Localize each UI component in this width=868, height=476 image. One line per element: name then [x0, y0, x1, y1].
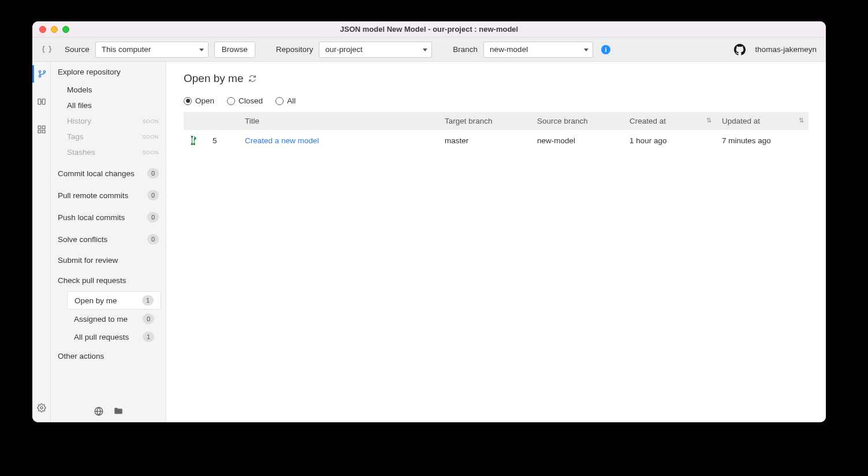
sidebar-pr-all[interactable]: All pull requests1: [67, 328, 161, 345]
branch-label: Branch: [453, 45, 478, 54]
svg-point-1: [39, 75, 40, 77]
sidebar-pr-assigned[interactable]: Assigned to me0: [67, 310, 161, 328]
sidebar-item-submit-review[interactable]: Submit for review: [51, 250, 166, 270]
sidebar: Explore repository Models All files Hist…: [51, 62, 166, 422]
info-icon[interactable]: i: [601, 45, 610, 54]
col-source[interactable]: Source branch: [531, 112, 624, 130]
col-updated[interactable]: Updated at: [716, 112, 809, 130]
svg-rect-4: [42, 99, 45, 104]
github-icon: [734, 44, 746, 55]
sidebar-explore-list: Models All files HistorySOON TagsSOON St…: [51, 82, 166, 162]
sidebar-pr-open-by-me[interactable]: Open by me1: [67, 291, 161, 310]
sidebar-item-commit[interactable]: Commit local changes0: [51, 162, 166, 184]
svg-rect-8: [42, 130, 45, 133]
folder-icon[interactable]: [113, 406, 124, 416]
pr-updated: 7 minutes ago: [716, 130, 809, 151]
sidebar-item-stashes: StashesSOON: [51, 144, 166, 160]
pr-created: 1 hour ago: [624, 130, 716, 151]
minimize-icon[interactable]: [51, 26, 58, 33]
sidebar-footer: [51, 406, 166, 416]
sidebar-item-pull[interactable]: Pull remote commits0: [51, 184, 166, 206]
pr-target: master: [439, 130, 531, 151]
sidebar-item-check-pr[interactable]: Check pull requests: [51, 270, 166, 291]
rail-compare-icon[interactable]: [32, 93, 51, 110]
window-controls: [39, 26, 69, 33]
col-created[interactable]: Created at: [624, 112, 716, 130]
pr-table: Title Target branch Source branch Create…: [184, 112, 809, 151]
pr-icon-cell: [184, 130, 207, 151]
pull-request-icon: [189, 136, 199, 145]
close-icon[interactable]: [39, 26, 46, 33]
svg-point-9: [40, 407, 43, 409]
svg-rect-7: [38, 130, 41, 133]
sidebar-item-other-actions[interactable]: Other actions: [51, 346, 166, 366]
svg-point-2: [43, 70, 45, 72]
col-target[interactable]: Target branch: [439, 112, 531, 130]
filter-all[interactable]: All: [275, 96, 296, 105]
table-row[interactable]: 5 Created a new model master new-model 1…: [184, 130, 809, 151]
refresh-icon[interactable]: [248, 75, 256, 83]
sidebar-item-all-files[interactable]: All files: [51, 98, 166, 113]
username[interactable]: thomas-jakemeyn: [755, 45, 817, 54]
sidebar-pr-list: Open by me1 Assigned to me0 All pull req…: [51, 291, 166, 346]
globe-icon[interactable]: [94, 406, 104, 416]
sidebar-item-push[interactable]: Push local commits0: [51, 206, 166, 228]
maximize-icon[interactable]: [62, 26, 69, 33]
branch-select[interactable]: new-model: [483, 42, 593, 58]
pr-title: Created a new model: [239, 130, 439, 151]
rail-branch-icon[interactable]: [32, 65, 51, 83]
pr-source: new-model: [531, 130, 624, 151]
sidebar-item-models[interactable]: Models: [51, 82, 166, 98]
toolbar: Source This computer Browse Repository o…: [32, 38, 826, 62]
svg-rect-5: [38, 126, 41, 129]
svg-rect-6: [42, 126, 45, 129]
filter-closed[interactable]: Closed: [227, 96, 263, 105]
page-title: Open by me: [184, 72, 809, 85]
col-title[interactable]: Title: [239, 112, 439, 130]
pr-number: 5: [207, 130, 239, 151]
rail-grid-icon[interactable]: [32, 121, 51, 138]
braces-icon: [38, 44, 55, 55]
repository-label: Repository: [276, 45, 314, 54]
source-label: Source: [65, 45, 90, 54]
filter-radios: Open Closed All: [184, 96, 809, 105]
repository-select[interactable]: our-project: [319, 42, 432, 58]
titlebar: JSON model New Model - our-project : new…: [32, 21, 826, 38]
sidebar-item-tags: TagsSOON: [51, 129, 166, 144]
main-panel: Open by me Open Closed All Title Target …: [166, 62, 826, 422]
pr-title-link[interactable]: Created a new model: [245, 136, 319, 145]
filter-open[interactable]: Open: [184, 96, 214, 105]
sidebar-item-history: HistorySOON: [51, 113, 166, 129]
sidebar-item-conflicts[interactable]: Solve conflicts0: [51, 228, 166, 250]
window-title: JSON model New Model - our-project : new…: [32, 25, 826, 34]
svg-point-0: [39, 70, 40, 72]
svg-rect-3: [38, 99, 41, 104]
rail-settings-icon[interactable]: [32, 399, 51, 416]
browse-button[interactable]: Browse: [214, 42, 255, 58]
sidebar-explore-heading[interactable]: Explore repository: [51, 62, 166, 82]
source-select[interactable]: This computer: [95, 42, 208, 58]
app-window: JSON model New Model - our-project : new…: [32, 21, 826, 422]
table-header-row: Title Target branch Source branch Create…: [184, 112, 809, 130]
icon-rail: [32, 62, 51, 422]
